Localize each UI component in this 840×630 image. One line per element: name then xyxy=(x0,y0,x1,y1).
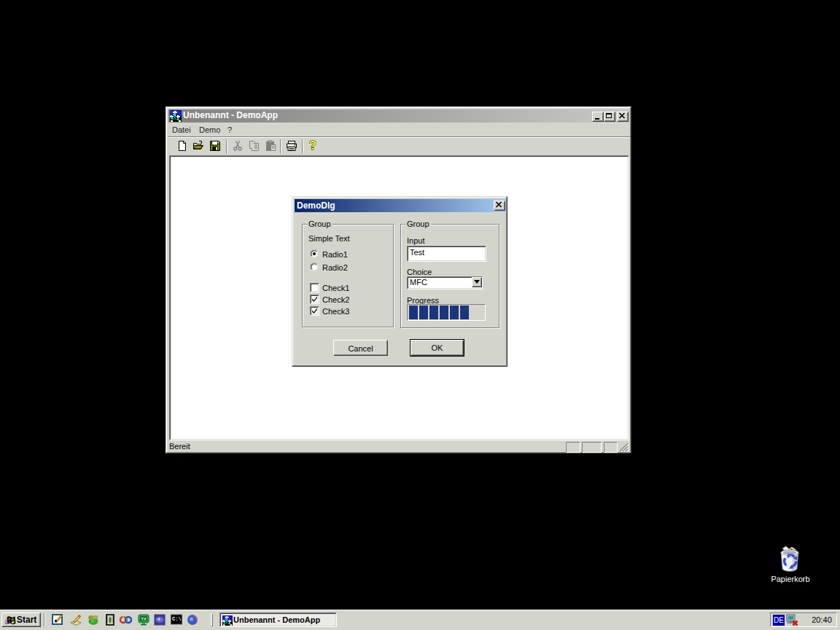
svg-text:C:\: C:\ xyxy=(172,616,182,622)
svg-text:TX: TX xyxy=(141,617,147,621)
svg-text:?: ? xyxy=(309,139,316,152)
